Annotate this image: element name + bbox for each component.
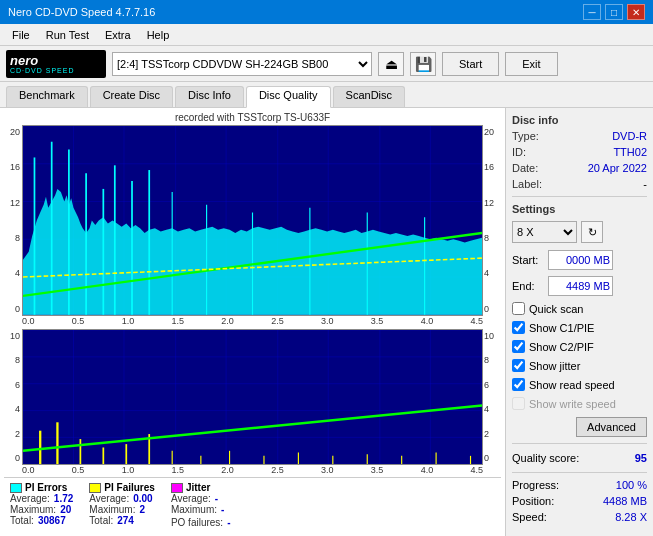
eject-button[interactable]: ⏏ [378, 52, 404, 76]
pi-errors-color [10, 483, 22, 493]
bot-yr-10: 10 [483, 331, 501, 341]
jitter-color [171, 483, 183, 493]
start-input[interactable] [548, 250, 613, 270]
tab-disc-info[interactable]: Disc Info [175, 86, 244, 107]
bot-x-45: 4.5 [470, 465, 483, 475]
top-x-3: 3.0 [321, 316, 334, 326]
menu-run-test[interactable]: Run Test [38, 27, 97, 43]
show-jitter-checkbox[interactable] [512, 359, 525, 372]
nero-sub: CD·DVD SPEED [10, 67, 75, 74]
tab-benchmark[interactable]: Benchmark [6, 86, 88, 107]
bot-y-4: 4 [4, 404, 22, 414]
show-jitter-row: Show jitter [512, 359, 647, 372]
bot-x-3: 3.0 [321, 465, 334, 475]
tab-disc-quality[interactable]: Disc Quality [246, 86, 331, 108]
pi-failures-color [89, 483, 101, 493]
bot-y-2: 2 [4, 429, 22, 439]
show-read-speed-checkbox[interactable] [512, 378, 525, 391]
nero-text: nero [10, 54, 38, 67]
end-input[interactable] [548, 276, 613, 296]
top-yr-4: 4 [483, 268, 501, 278]
menu-extra[interactable]: Extra [97, 27, 139, 43]
top-y-12: 12 [4, 198, 22, 208]
window-controls: ─ □ ✕ [583, 4, 645, 20]
bottom-chart-svg [23, 330, 482, 464]
top-x-1: 1.0 [122, 316, 135, 326]
speed-row: 8 X Max 4 X 16 X ↻ [512, 221, 647, 243]
pi-errors-total: Total: 30867 [10, 515, 73, 526]
top-chart-svg [23, 126, 482, 315]
position-row: Position: 4488 MB [512, 495, 647, 507]
title-bar: Nero CD-DVD Speed 4.7.7.16 ─ □ ✕ [0, 0, 653, 24]
pi-failures-group: PI Failures Average: 0.00 Maximum: 2 Tot… [89, 482, 155, 528]
quick-scan-row: Quick scan [512, 302, 647, 315]
show-c1-pie-checkbox[interactable] [512, 321, 525, 334]
show-write-speed-checkbox [512, 397, 525, 410]
end-mb-row: End: [512, 276, 647, 296]
top-yr-8: 8 [483, 233, 501, 243]
speed-selector[interactable]: 8 X Max 4 X 16 X [512, 221, 577, 243]
maximize-button[interactable]: □ [605, 4, 623, 20]
jitter-avg: Average: - [171, 493, 231, 504]
chart-title: recorded with TSSTcorp TS-U633F [4, 112, 501, 123]
quality-score-row: Quality score: 95 [512, 452, 647, 464]
disc-info-title: Disc info [512, 114, 647, 126]
right-panel: Disc info Type: DVD-R ID: TTH02 Date: 20… [505, 108, 653, 536]
drive-selector[interactable]: [2:4] TSSTcorp CDDVDW SH-224GB SB00 [112, 52, 372, 76]
toolbar: nero CD·DVD SPEED [2:4] TSSTcorp CDDVDW … [0, 46, 653, 82]
show-c2-pif-row: Show C2/PIF [512, 340, 647, 353]
advanced-button[interactable]: Advanced [576, 417, 647, 437]
tab-create-disc[interactable]: Create Disc [90, 86, 173, 107]
tab-bar: Benchmark Create Disc Disc Info Disc Qua… [0, 82, 653, 108]
show-write-speed-row: Show write speed [512, 397, 647, 410]
bot-x-1: 1.0 [122, 465, 135, 475]
pi-failures-total: Total: 274 [89, 515, 155, 526]
pi-failures-max: Maximum: 2 [89, 504, 155, 515]
top-x-05: 0.5 [72, 316, 85, 326]
bot-y-0: 0 [4, 453, 22, 463]
pi-errors-max: Maximum: 20 [10, 504, 73, 515]
refresh-button[interactable]: ↻ [581, 221, 603, 243]
minimize-button[interactable]: ─ [583, 4, 601, 20]
po-failures: PO failures: - [171, 517, 231, 528]
top-x-25: 2.5 [271, 316, 284, 326]
start-label: Start: [512, 254, 544, 266]
show-c1-pie-row: Show C1/PIE [512, 321, 647, 334]
speed-label: Speed: [512, 511, 547, 523]
position-label: Position: [512, 495, 554, 507]
top-y-20: 20 [4, 127, 22, 137]
save-button[interactable]: 💾 [410, 52, 436, 76]
quick-scan-checkbox[interactable] [512, 302, 525, 315]
bot-yr-0: 0 [483, 453, 501, 463]
top-x-2: 2.0 [221, 316, 234, 326]
divider-3 [512, 472, 647, 473]
bot-yr-8: 8 [483, 355, 501, 365]
menu-file[interactable]: File [4, 27, 38, 43]
top-yr-16: 16 [483, 162, 501, 172]
top-y-4: 4 [4, 268, 22, 278]
disc-date-row: Date: 20 Apr 2022 [512, 162, 647, 174]
bot-x-35: 3.5 [371, 465, 384, 475]
exit-button[interactable]: Exit [505, 52, 557, 76]
bot-yr-2: 2 [483, 429, 501, 439]
tab-scan-disc[interactable]: ScanDisc [333, 86, 405, 107]
disc-id-row: ID: TTH02 [512, 146, 647, 158]
pi-errors-avg: Average: 1.72 [10, 493, 73, 504]
top-chart-canvas [22, 125, 483, 316]
bot-yr-4: 4 [483, 404, 501, 414]
top-x-4: 4.0 [421, 316, 434, 326]
pi-failures-avg: Average: 0.00 [89, 493, 155, 504]
menu-help[interactable]: Help [139, 27, 178, 43]
divider-1 [512, 196, 647, 197]
bot-x-0: 0.0 [22, 465, 35, 475]
top-yr-20: 20 [483, 127, 501, 137]
show-read-speed-row: Show read speed [512, 378, 647, 391]
close-button[interactable]: ✕ [627, 4, 645, 20]
jitter-group: Jitter Average: - Maximum: - PO failures… [171, 482, 231, 528]
quality-value: 95 [635, 452, 647, 464]
bot-x-2: 2.0 [221, 465, 234, 475]
start-button[interactable]: Start [442, 52, 499, 76]
show-c2-pif-checkbox[interactable] [512, 340, 525, 353]
top-yr-12: 12 [483, 198, 501, 208]
quality-label: Quality score: [512, 452, 579, 464]
